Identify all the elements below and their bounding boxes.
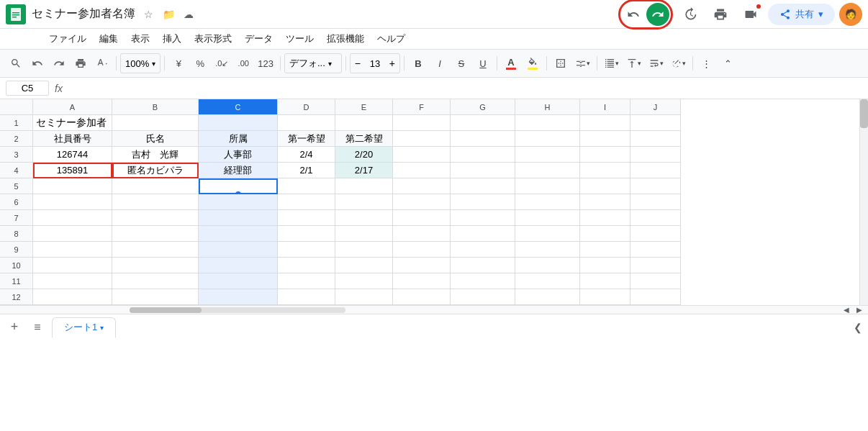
- redo-toolbar-button[interactable]: [49, 53, 69, 73]
- col-header-d[interactable]: D: [278, 99, 335, 115]
- col-header-a[interactable]: A: [33, 99, 112, 115]
- italic-button[interactable]: I: [430, 53, 450, 73]
- cell-i6[interactable]: [580, 194, 630, 210]
- doc-title[interactable]: セミナー参加者名簿: [32, 6, 135, 22]
- cell-a11[interactable]: [33, 273, 112, 289]
- row-header-6[interactable]: 6: [0, 194, 33, 210]
- cell-d10[interactable]: [278, 258, 335, 273]
- cell-h9[interactable]: [515, 242, 580, 258]
- row-header-1[interactable]: 1: [0, 115, 33, 131]
- cell-g12[interactable]: [451, 289, 515, 305]
- video-icon[interactable]: [738, 1, 764, 27]
- menu-help[interactable]: ヘルプ: [371, 30, 411, 47]
- cell-c11[interactable]: [199, 273, 278, 289]
- borders-button[interactable]: [551, 53, 571, 73]
- cell-a10[interactable]: [33, 258, 112, 273]
- cell-j2[interactable]: [630, 131, 681, 147]
- undo-icon[interactable]: [622, 3, 645, 26]
- cell-c1[interactable]: [199, 115, 278, 131]
- cell-a7[interactable]: [33, 210, 112, 226]
- more-button[interactable]: ⋮: [697, 53, 717, 73]
- zoom-control[interactable]: 100% ▾: [120, 53, 161, 73]
- decimal-increase-button[interactable]: .00: [233, 53, 253, 73]
- cell-h11[interactable]: [515, 273, 580, 289]
- cell-e8[interactable]: [335, 226, 393, 242]
- spelling-button[interactable]: [92, 53, 112, 73]
- cell-b5[interactable]: [112, 178, 199, 194]
- cell-c3[interactable]: 人事部: [199, 147, 278, 163]
- cell-i12[interactable]: [580, 289, 630, 305]
- cell-j4[interactable]: [630, 163, 681, 178]
- cell-f11[interactable]: [393, 273, 451, 289]
- cell-d12[interactable]: [278, 289, 335, 305]
- cell-d9[interactable]: [278, 242, 335, 258]
- merge-button[interactable]: ▾: [572, 53, 593, 73]
- align-v-button[interactable]: ▾: [623, 53, 644, 73]
- menu-insert[interactable]: 挿入: [157, 30, 187, 47]
- number-format-button[interactable]: 123: [255, 53, 276, 73]
- menu-extensions[interactable]: 拡張機能: [321, 30, 370, 47]
- row-header-5[interactable]: 5: [0, 178, 33, 194]
- cell-e7[interactable]: [335, 210, 393, 226]
- cell-d3[interactable]: 2/4: [278, 147, 335, 163]
- col-header-h[interactable]: H: [515, 99, 580, 115]
- cell-j10[interactable]: [630, 258, 681, 273]
- cell-c6[interactable]: [199, 194, 278, 210]
- col-header-g[interactable]: G: [451, 99, 515, 115]
- cell-h10[interactable]: [515, 258, 580, 273]
- fill-color-button[interactable]: [523, 53, 543, 73]
- cell-g5[interactable]: [451, 178, 515, 194]
- cell-d4[interactable]: 2/1: [278, 163, 335, 178]
- font-family-selector[interactable]: デフォ... ▾: [284, 53, 342, 73]
- row-header-9[interactable]: 9: [0, 242, 33, 258]
- col-header-c[interactable]: C: [199, 99, 278, 115]
- cell-a8[interactable]: [33, 226, 112, 242]
- print-icon[interactable]: [707, 1, 733, 27]
- menu-format[interactable]: 表示形式: [189, 30, 238, 47]
- history-icon[interactable]: [677, 1, 703, 27]
- cell-e2[interactable]: 第二希望: [335, 131, 393, 147]
- cell-j5[interactable]: [630, 178, 681, 194]
- cell-g10[interactable]: [451, 258, 515, 273]
- cell-b1[interactable]: [112, 115, 199, 131]
- cell-b6[interactable]: [112, 194, 199, 210]
- cell-b2[interactable]: 氏名: [112, 131, 199, 147]
- cell-j11[interactable]: [630, 273, 681, 289]
- print-toolbar-button[interactable]: [71, 53, 91, 73]
- cell-g4[interactable]: [451, 163, 515, 178]
- horizontal-scrollbar[interactable]: [130, 307, 345, 313]
- cell-c4[interactable]: 経理部: [199, 163, 278, 178]
- cell-f10[interactable]: [393, 258, 451, 273]
- cell-g9[interactable]: [451, 242, 515, 258]
- cell-a9[interactable]: [33, 242, 112, 258]
- cell-b8[interactable]: [112, 226, 199, 242]
- cell-i10[interactable]: [580, 258, 630, 273]
- cell-f3[interactable]: [393, 147, 451, 163]
- cell-c7[interactable]: [199, 210, 278, 226]
- bold-button[interactable]: B: [408, 53, 428, 73]
- cell-reference-input[interactable]: [6, 81, 49, 96]
- align-h-button[interactable]: ▾: [601, 53, 622, 73]
- cell-g7[interactable]: [451, 210, 515, 226]
- cell-c5[interactable]: [199, 178, 278, 194]
- cell-h8[interactable]: [515, 226, 580, 242]
- cell-g2[interactable]: [451, 131, 515, 147]
- cell-h1[interactable]: [515, 115, 580, 131]
- font-size-control[interactable]: − +: [350, 53, 400, 73]
- row-header-8[interactable]: 8: [0, 226, 33, 242]
- cell-j1[interactable]: [630, 115, 681, 131]
- cell-c8[interactable]: [199, 226, 278, 242]
- row-header-4[interactable]: 4: [0, 163, 33, 178]
- cell-a4[interactable]: 135891: [33, 163, 112, 178]
- cell-d11[interactable]: [278, 273, 335, 289]
- cell-i4[interactable]: [580, 163, 630, 178]
- cell-g3[interactable]: [451, 147, 515, 163]
- cell-f12[interactable]: [393, 289, 451, 305]
- row-header-11[interactable]: 11: [0, 273, 33, 289]
- toolbar-expand[interactable]: ⌃: [718, 53, 738, 73]
- search-button[interactable]: [6, 53, 26, 73]
- row-header-12[interactable]: 12: [0, 289, 33, 305]
- add-sheet-button[interactable]: +: [6, 319, 23, 336]
- cell-c10[interactable]: [199, 258, 278, 273]
- cell-i2[interactable]: [580, 131, 630, 147]
